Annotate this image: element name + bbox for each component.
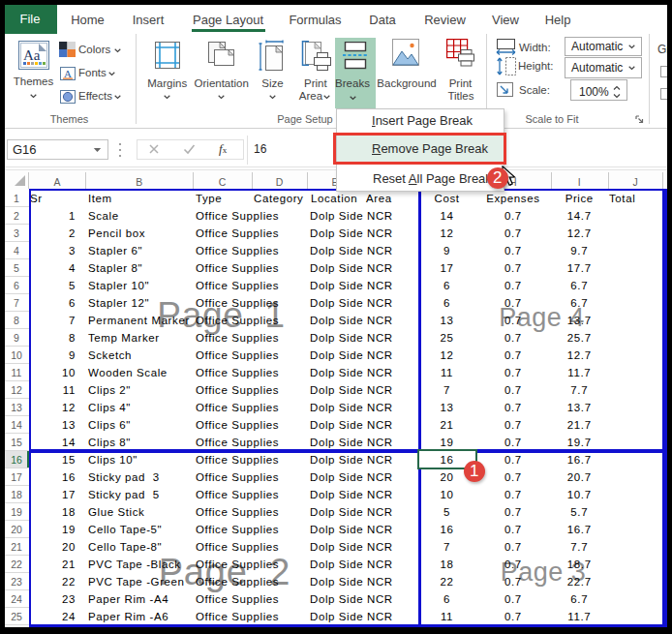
svg-text:Aa: Aa [23, 47, 41, 63]
svg-text:A: A [64, 68, 72, 79]
